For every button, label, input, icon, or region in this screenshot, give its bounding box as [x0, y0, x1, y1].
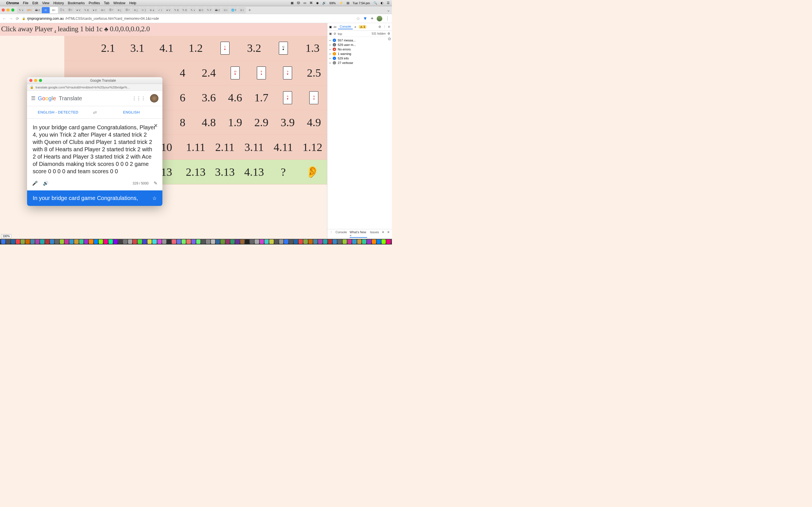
- browser-tab[interactable]: ✓ r: [156, 7, 164, 13]
- grid-cell[interactable]: 9♥: [274, 66, 301, 79]
- back-button[interactable]: ←: [2, 16, 6, 21]
- grid-cell-value[interactable]: 3.1: [130, 41, 144, 55]
- grid-cell-value[interactable]: 4.1: [159, 41, 173, 55]
- grid-cell[interactable]: 3.9: [274, 116, 301, 129]
- popup-minimize[interactable]: [34, 79, 37, 82]
- playing-card[interactable]: A♦: [309, 91, 318, 104]
- grid-cell-value[interactable]: 1.11: [186, 140, 206, 154]
- grid-cell[interactable]: 4.8: [196, 116, 222, 129]
- browser-tab[interactable]: G t: [238, 7, 246, 13]
- grid-cell[interactable]: 1.9: [222, 116, 248, 129]
- grid-cell-value[interactable]: 2.5: [307, 66, 321, 79]
- browser-tab[interactable]: 🏔 2: [213, 7, 221, 13]
- grid-cell-value[interactable]: 4.6: [228, 91, 242, 104]
- browser-tab[interactable]: G: [42, 7, 50, 13]
- dock-app-icon[interactable]: [377, 239, 381, 244]
- forward-button[interactable]: →: [9, 16, 13, 21]
- more-tabs-icon[interactable]: »: [354, 25, 356, 29]
- dock-app-icon[interactable]: [220, 239, 225, 244]
- grid-cell-value[interactable]: 3.2: [247, 41, 261, 55]
- grid-cell-value[interactable]: 4.9: [307, 116, 321, 129]
- drawer-menu-icon[interactable]: ⋮: [329, 230, 333, 238]
- grid-cell[interactable]: 4.9: [301, 116, 327, 129]
- dock-app-icon[interactable]: [279, 239, 283, 244]
- grid-cell[interactable]: 2.11: [210, 140, 240, 154]
- console-tab[interactable]: Console: [338, 24, 353, 29]
- grid-cell-value[interactable]: 1.12: [303, 140, 322, 154]
- inspect-icon[interactable]: ▣: [329, 25, 332, 29]
- grid-cell[interactable]: 6♥: [274, 91, 301, 104]
- dock-app-icon[interactable]: [294, 239, 298, 244]
- browser-tab[interactable]: ⓐ r: [123, 7, 132, 13]
- dock-app-icon[interactable]: [343, 239, 347, 244]
- grid-cell[interactable]: 10♥: [222, 66, 248, 79]
- tab-overflow-icon[interactable]: ⌄: [387, 7, 390, 13]
- control-center-icon[interactable]: ☰: [387, 1, 390, 5]
- menu-window[interactable]: Window: [113, 1, 125, 5]
- pencil-icon[interactable]: ✎: [154, 180, 157, 186]
- dock-app-icon[interactable]: [1, 239, 5, 244]
- dock-app-icon[interactable]: [352, 239, 356, 244]
- grid-cell-value[interactable]: 3.13: [215, 165, 235, 179]
- console-filter-row[interactable]: ▸⊗No errors: [327, 47, 392, 52]
- dock-app-icon[interactable]: [206, 239, 210, 244]
- grid-cell[interactable]: Q♣: [269, 42, 298, 55]
- page-settings-icon[interactable]: ⚙: [387, 37, 392, 41]
- grid-cell[interactable]: 2.1: [94, 41, 123, 55]
- grid-cell[interactable]: 2.4: [196, 66, 222, 79]
- device-icon[interactable]: ▭: [334, 25, 336, 29]
- dock-app-icon[interactable]: [128, 239, 132, 244]
- target-language[interactable]: ENGLISH: [100, 106, 162, 118]
- dock-app-icon[interactable]: [328, 239, 332, 244]
- dock-app-icon[interactable]: [79, 239, 84, 244]
- grid-cell-value[interactable]: 2.1: [101, 41, 115, 55]
- browser-tab[interactable]: ✎ E: [181, 7, 189, 13]
- browser-tab[interactable]: ⓐ r: [66, 7, 74, 13]
- dock-app-icon[interactable]: [216, 239, 220, 244]
- grid-cell[interactable]: 8♦: [248, 66, 274, 79]
- browser-tab[interactable]: ⊞ C: [197, 7, 205, 13]
- grid-cell-value[interactable]: 3.6: [202, 91, 216, 104]
- swap-languages-icon[interactable]: ⇄: [89, 106, 100, 118]
- menu-file[interactable]: File: [23, 1, 28, 5]
- grid-cell[interactable]: A♦: [301, 91, 327, 104]
- dock-app-icon[interactable]: [225, 239, 230, 244]
- popup-zoom[interactable]: [39, 79, 42, 82]
- dock-app-icon[interactable]: [182, 239, 186, 244]
- dock-app-icon[interactable]: [26, 239, 30, 244]
- dock-app-icon[interactable]: [372, 239, 376, 244]
- grid-cell[interactable]: 👂: [298, 165, 327, 179]
- input-text[interactable]: In your bridge card game Congratulations…: [33, 124, 157, 175]
- grid-cell[interactable]: 3.2: [239, 41, 269, 55]
- dock-app-icon[interactable]: [16, 239, 20, 244]
- dock-app-icon[interactable]: [299, 239, 303, 244]
- console-filter-row[interactable]: ▸☺529 user m...: [327, 43, 392, 47]
- dock-app-icon[interactable]: [89, 239, 93, 244]
- grid-cell-value[interactable]: 8: [180, 116, 185, 129]
- dock-app-icon[interactable]: [333, 239, 337, 244]
- grid-cell-value[interactable]: ?: [281, 165, 286, 179]
- dock-app-icon[interactable]: [235, 239, 239, 244]
- apps-grid-icon[interactable]: ⋮⋮⋮: [132, 96, 146, 101]
- dock-app-icon[interactable]: [303, 239, 308, 244]
- browser-tab[interactable]: ● V: [74, 7, 82, 13]
- dock-app-icon[interactable]: [192, 239, 196, 244]
- console-settings-icon[interactable]: ⚙: [388, 32, 390, 36]
- browser-tab[interactable]: ✎ v: [189, 7, 197, 13]
- dock-app-icon[interactable]: [99, 239, 103, 244]
- grid-cell[interactable]: 2.9: [248, 116, 274, 129]
- dock-app-icon[interactable]: [382, 239, 386, 244]
- dock-app-icon[interactable]: [289, 239, 293, 244]
- grid-cell[interactable]: 4: [169, 66, 196, 79]
- dock-app-icon[interactable]: [367, 239, 371, 244]
- context-selector[interactable]: top: [338, 32, 342, 36]
- grid-cell[interactable]: 5♥: [210, 42, 240, 55]
- grid-cell[interactable]: 3.1: [123, 41, 152, 55]
- dock-app-icon[interactable]: [55, 239, 59, 244]
- dock-app-icon[interactable]: [94, 239, 98, 244]
- browser-tab[interactable]: G t: [221, 7, 230, 13]
- dock-app-icon[interactable]: [211, 239, 215, 244]
- devtools-menu-icon[interactable]: ⋮: [383, 25, 386, 29]
- grid-cell[interactable]: 3.11: [239, 140, 269, 154]
- dock-app-icon[interactable]: [186, 239, 191, 244]
